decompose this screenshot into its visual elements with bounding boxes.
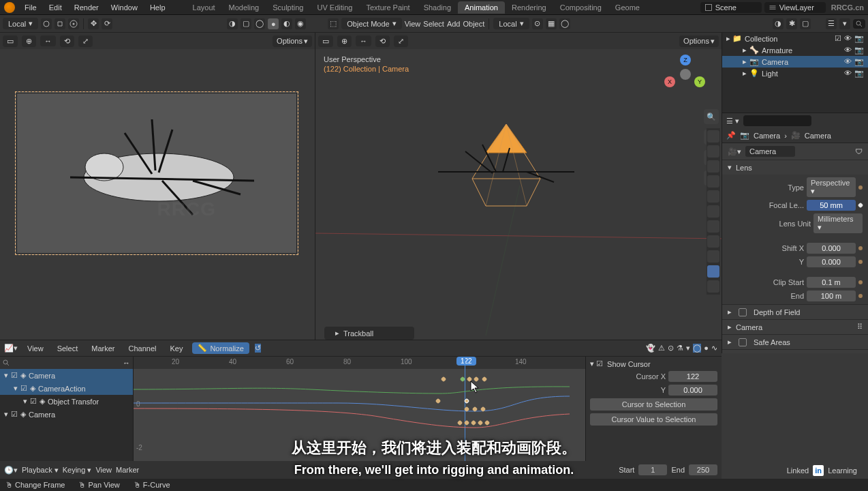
snap2-icon[interactable]: ▦ xyxy=(546,18,557,29)
crumb-a[interactable]: Camera xyxy=(754,132,780,140)
ptab-output-icon[interactable] xyxy=(707,145,719,158)
playback-menu[interactable]: Playback ▾ xyxy=(22,466,59,475)
lens-unit-dropdown[interactable]: Millimeters ▾ xyxy=(813,213,863,233)
axis-y-icon[interactable]: Y xyxy=(694,76,705,87)
chevron-icon[interactable]: ▸ xyxy=(743,57,747,66)
shading-solid-icon[interactable]: ● xyxy=(268,18,279,29)
r-tool-rotate-icon[interactable]: ⟲ xyxy=(375,35,390,47)
view-menu[interactable]: View xyxy=(405,20,421,28)
type-dropdown[interactable]: Perspective ▾ xyxy=(807,177,856,197)
filter-icon[interactable]: ▾ xyxy=(839,18,850,29)
ptab-texture-icon[interactable] xyxy=(707,280,719,293)
ptab-data-icon[interactable] xyxy=(707,265,719,278)
scene-selector[interactable]: Scene xyxy=(700,2,762,13)
left-orientation-dropdown[interactable]: Local ▾ xyxy=(3,18,38,29)
right-viewport-body[interactable]: User Perspective (122) Collection | Came… xyxy=(315,49,722,353)
ptab-viewlayer-icon[interactable] xyxy=(707,160,719,173)
graph-channel-menu[interactable]: Channel xyxy=(124,343,160,354)
left-viewport-body[interactable]: RRCG xyxy=(0,49,315,353)
expand-icon[interactable]: ▾ xyxy=(4,410,8,419)
axis-z-icon[interactable]: Z xyxy=(680,55,691,65)
cursor-icon[interactable]: ✥ xyxy=(88,18,99,29)
frame-ruler[interactable]: 20406080100122140122 xyxy=(134,357,585,369)
menu-help[interactable]: Help xyxy=(144,2,171,13)
r-tool-scale-icon[interactable]: ⤢ xyxy=(394,35,408,47)
keyframe-diamond-icon[interactable] xyxy=(858,203,863,208)
fake-user-icon[interactable]: 🛡 xyxy=(855,147,863,155)
axis-x-icon[interactable]: X xyxy=(664,76,675,87)
start-frame-input[interactable]: 1 xyxy=(638,464,667,475)
keyframe-dot[interactable] xyxy=(858,185,863,190)
focal-length-input[interactable]: 50 mm xyxy=(807,200,856,211)
outliner[interactable]: ▸ 📁 Collection ☑ 👁 📷 ▸ 🦴 Armature👁📷▸ 📷 C… xyxy=(722,33,868,113)
object-menu[interactable]: Object xyxy=(463,20,484,28)
checkbox-icon[interactable]: ☑ xyxy=(11,410,18,419)
tab-uv-editing[interactable]: UV Editing xyxy=(310,1,359,14)
auto-normalize-icon[interactable]: ↺ xyxy=(255,344,261,353)
timeline-marker-menu[interactable]: Marker xyxy=(116,466,139,474)
camera-panel-header[interactable]: ▸ Camera⠿ xyxy=(722,320,868,334)
camera-vis-icon[interactable]: 📷 xyxy=(854,69,864,78)
add-menu[interactable]: Add xyxy=(447,20,461,28)
right-options-dropdown[interactable]: Options ▾ xyxy=(679,35,719,47)
tool-select-box-icon[interactable]: ▭ xyxy=(3,35,18,47)
bg-images-header[interactable]: ▸ Background Images xyxy=(722,350,868,353)
ptab-scene-icon[interactable] xyxy=(707,175,719,188)
handle1-icon[interactable]: ● xyxy=(704,344,709,353)
channel-collapse-icon[interactable]: ↔ xyxy=(123,359,130,367)
current-frame-marker[interactable]: 122 xyxy=(456,357,476,366)
tool-cursor-icon[interactable]: ⊕ xyxy=(22,35,36,47)
keyframe-dot[interactable] xyxy=(858,260,863,264)
bg-checkbox[interactable] xyxy=(739,353,747,354)
checkbox-icon[interactable]: ☑ xyxy=(30,397,37,406)
shiftx-input[interactable]: 0.000 xyxy=(807,243,856,254)
graph-marker-menu[interactable]: Marker xyxy=(87,343,119,354)
tab-shading[interactable]: Shading xyxy=(417,1,458,14)
pin-icon[interactable]: 📌 xyxy=(726,131,736,140)
graph-key-menu[interactable]: Key xyxy=(166,343,187,354)
properties-search-input[interactable] xyxy=(743,115,811,126)
channel-list[interactable]: ↔ ▾☑◈Camera▾☑◈CameraAction▾☑◈Object Tran… xyxy=(0,357,134,469)
gizmo2-icon[interactable]: ✱ xyxy=(786,18,797,29)
tab-geometry[interactable]: Geome xyxy=(608,1,647,14)
left-options-dropdown[interactable]: Options ▾ xyxy=(273,35,312,47)
menu-render[interactable]: Render xyxy=(69,2,104,13)
outliner-editor-icon[interactable]: ☰ xyxy=(826,18,837,29)
keyframe-dot[interactable] xyxy=(858,294,863,298)
r-tool-select-icon[interactable]: ▭ xyxy=(318,35,333,47)
outliner-item-light[interactable]: ▸ 💡 Light👁📷 xyxy=(722,68,868,79)
chevron-icon[interactable]: ▸ xyxy=(743,69,747,78)
filters-icon[interactable]: ⚗ xyxy=(677,344,683,353)
ptab-render-icon[interactable] xyxy=(707,130,719,143)
graph-select-menu[interactable]: Select xyxy=(53,343,82,354)
cursorx-input[interactable]: 122 xyxy=(668,371,717,382)
ghost-icon[interactable]: 👻 xyxy=(646,344,655,353)
handle2-icon[interactable]: ∿ xyxy=(711,344,717,353)
channel-cameraaction[interactable]: ▾☑◈CameraAction xyxy=(0,382,133,395)
tab-sculpting[interactable]: Sculpting xyxy=(266,1,310,14)
tool-move-icon[interactable]: ↔ xyxy=(40,35,56,46)
end-frame-input[interactable]: 250 xyxy=(689,464,717,475)
proportional2-icon[interactable]: ◯ xyxy=(559,18,570,29)
tool-rotate-icon[interactable]: ⟲ xyxy=(60,35,74,47)
proportional-graph-icon[interactable]: ◯ xyxy=(693,344,701,353)
tab-animation[interactable]: Animation xyxy=(458,1,505,14)
checkbox-icon[interactable]: ☑ xyxy=(20,384,27,393)
snap-icon[interactable] xyxy=(55,18,65,29)
outliner-search[interactable] xyxy=(853,19,865,29)
r-tool-move-icon[interactable]: ↔ xyxy=(356,35,371,46)
menu-window[interactable]: Window xyxy=(106,2,143,13)
cursor-value-to-selection-button[interactable]: Cursor Value to Selection xyxy=(590,413,717,426)
crumb-b[interactable]: Camera xyxy=(805,132,831,140)
overlay-toggle-icon[interactable]: ◑ xyxy=(227,18,238,29)
eye-icon[interactable]: 👁 xyxy=(844,46,852,55)
expand-icon[interactable]: ▾ xyxy=(14,384,18,393)
cursory-input[interactable]: 0.000 xyxy=(668,385,717,396)
keyframe-dot[interactable] xyxy=(858,280,863,284)
keyframe-dot[interactable] xyxy=(858,246,863,250)
lens-panel-header[interactable]: ▾ Lens xyxy=(722,160,868,175)
channel-camera[interactable]: ▾☑◈Camera xyxy=(0,408,133,421)
pivot-icon[interactable] xyxy=(41,18,52,29)
shading-material-icon[interactable]: ◐ xyxy=(281,18,292,29)
clipend-input[interactable]: 100 m xyxy=(807,291,856,301)
